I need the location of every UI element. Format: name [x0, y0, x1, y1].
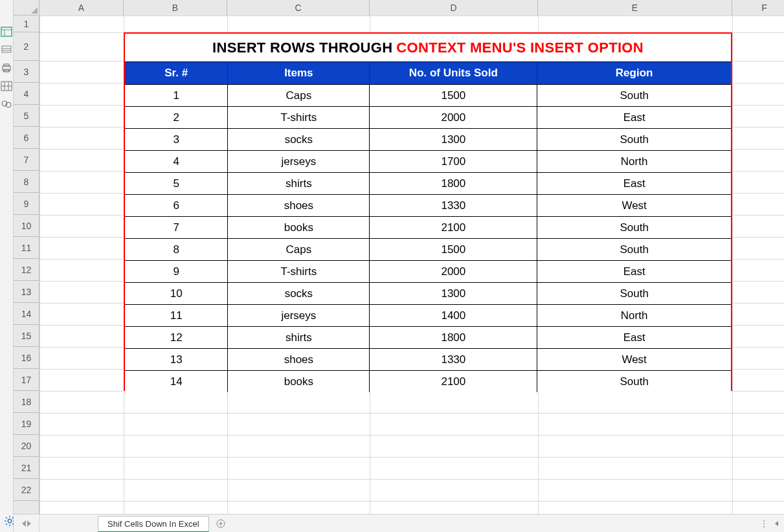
table-cell[interactable]: North	[537, 151, 731, 172]
table-cell[interactable]: 10	[125, 283, 228, 304]
select-all-corner[interactable]	[14, 0, 39, 16]
table-cell[interactable]: 14	[125, 371, 228, 392]
row-header-2[interactable]: 2	[14, 32, 39, 61]
row-header-4[interactable]: 4	[14, 83, 39, 105]
table-row[interactable]: 2T-shirts2000East	[125, 106, 731, 128]
table-cell[interactable]: East	[537, 107, 731, 128]
table-cell[interactable]: 13	[125, 349, 228, 370]
row-header-19[interactable]: 19	[14, 413, 39, 435]
row-header-9[interactable]: 9	[14, 193, 39, 215]
cell-canvas[interactable]: INSERT ROWS THROUGH CONTEXT MENU'S INSER…	[39, 16, 784, 514]
table-row[interactable]: 11jerseys1400North	[125, 304, 731, 326]
table-row[interactable]: 13shoes1330West	[125, 348, 731, 370]
table-cell[interactable]: East	[537, 173, 731, 194]
table-cell[interactable]: shirts	[228, 327, 370, 348]
table-cell[interactable]: 1330	[370, 195, 537, 216]
column-header-F[interactable]: F	[732, 0, 784, 16]
table-cell[interactable]: 1500	[370, 85, 537, 106]
add-sheet-button[interactable]	[212, 515, 230, 532]
sheet-nav-arrows[interactable]	[14, 515, 39, 532]
table-row[interactable]: 4jerseys1700North	[125, 150, 731, 172]
table-cell[interactable]: South	[537, 283, 731, 304]
row-header-8[interactable]: 8	[14, 171, 39, 193]
column-header-D[interactable]: D	[370, 0, 538, 16]
sheet-prev-icon[interactable]	[22, 520, 26, 527]
row-header-20[interactable]: 20	[14, 435, 39, 457]
table-cell[interactable]: 12	[125, 327, 228, 348]
table-cell[interactable]: 1300	[370, 129, 537, 150]
table-row[interactable]: 12shirts1800East	[125, 326, 731, 348]
table-cell[interactable]: 1400	[370, 305, 537, 326]
table-row[interactable]: 8Caps1500South	[125, 238, 731, 260]
scroll-left-icon[interactable]	[772, 519, 781, 528]
table-row[interactable]: 10socks1300South	[125, 282, 731, 304]
window-icon[interactable]	[0, 26, 13, 38]
table-header-2[interactable]: No. of Units Sold	[370, 62, 537, 84]
grid-icon[interactable]	[0, 80, 13, 92]
table-cell[interactable]: North	[537, 305, 731, 326]
table-cell[interactable]: 1330	[370, 349, 537, 370]
row-header-11[interactable]: 11	[14, 237, 39, 259]
table-cell[interactable]: 9	[125, 261, 228, 282]
print-icon[interactable]	[0, 62, 13, 74]
row-header-16[interactable]: 16	[14, 347, 39, 369]
table-cell[interactable]: T-shirts	[228, 261, 370, 282]
table-row[interactable]: 9T-shirts2000East	[125, 260, 731, 282]
table-cell[interactable]: South	[537, 129, 731, 150]
table-row[interactable]: 7books2100South	[125, 216, 731, 238]
row-header-12[interactable]: 12	[14, 259, 39, 281]
table-cell[interactable]: shoes	[228, 195, 370, 216]
drag-grip-icon[interactable]: ⋮	[760, 519, 768, 528]
row-header-7[interactable]: 7	[14, 149, 39, 171]
table-cell[interactable]: 3	[125, 129, 228, 150]
sheet-tab-active[interactable]: Shif Cells Down In Excel	[98, 516, 209, 532]
table-row[interactable]: 3socks1300South	[125, 128, 731, 150]
row-header-13[interactable]: 13	[14, 281, 39, 303]
pin-icon[interactable]	[0, 44, 13, 56]
table-row[interactable]: 6shoes1330West	[125, 194, 731, 216]
table-header-1[interactable]: Items	[228, 62, 370, 84]
table-cell[interactable]: 1500	[370, 239, 537, 260]
table-row[interactable]: 5shirts1800East	[125, 172, 731, 194]
table-cell[interactable]: West	[537, 349, 731, 370]
table-cell[interactable]: 2000	[370, 107, 537, 128]
row-header-17[interactable]: 17	[14, 369, 39, 391]
table-cell[interactable]: 5	[125, 173, 228, 194]
row-header-6[interactable]: 6	[14, 127, 39, 149]
table-header-3[interactable]: Region	[537, 62, 731, 84]
row-header-15[interactable]: 15	[14, 325, 39, 347]
table-cell[interactable]: 8	[125, 239, 228, 260]
row-header-14[interactable]: 14	[14, 303, 39, 325]
table-cell[interactable]: 2100	[370, 217, 537, 238]
column-header-C[interactable]: C	[227, 0, 370, 16]
row-header-22[interactable]: 22	[14, 479, 39, 501]
table-cell[interactable]: 1300	[370, 283, 537, 304]
table-cell[interactable]: 11	[125, 305, 228, 326]
table-cell[interactable]: 4	[125, 151, 228, 172]
row-header-5[interactable]: 5	[14, 105, 39, 127]
table-cell[interactable]: shoes	[228, 349, 370, 370]
table-cell[interactable]: T-shirts	[228, 107, 370, 128]
table-cell[interactable]: West	[537, 195, 731, 216]
table-cell[interactable]: South	[537, 217, 731, 238]
row-header-10[interactable]: 10	[14, 215, 39, 237]
table-header-0[interactable]: Sr. #	[125, 62, 228, 84]
table-row[interactable]: 1Caps1500South	[125, 84, 731, 106]
table-cell[interactable]: 6	[125, 195, 228, 216]
table-cell[interactable]: East	[537, 327, 731, 348]
table-cell[interactable]: shirts	[228, 173, 370, 194]
table-cell[interactable]: jerseys	[228, 305, 370, 326]
table-cell[interactable]: 1800	[370, 173, 537, 194]
table-cell[interactable]: Caps	[228, 85, 370, 106]
table-cell[interactable]: jerseys	[228, 151, 370, 172]
table-cell[interactable]: 1800	[370, 327, 537, 348]
find-icon[interactable]	[0, 98, 13, 110]
table-cell[interactable]: 1700	[370, 151, 537, 172]
table-cell[interactable]: books	[228, 371, 370, 392]
table-cell[interactable]: books	[228, 217, 370, 238]
table-cell[interactable]: Caps	[228, 239, 370, 260]
row-header-18[interactable]: 18	[14, 391, 39, 413]
row-header-21[interactable]: 21	[14, 457, 39, 479]
grid-body[interactable]: 12345678910111213141516171819202122 INSE…	[14, 16, 784, 514]
table-row[interactable]: 14books2100South	[125, 370, 731, 392]
